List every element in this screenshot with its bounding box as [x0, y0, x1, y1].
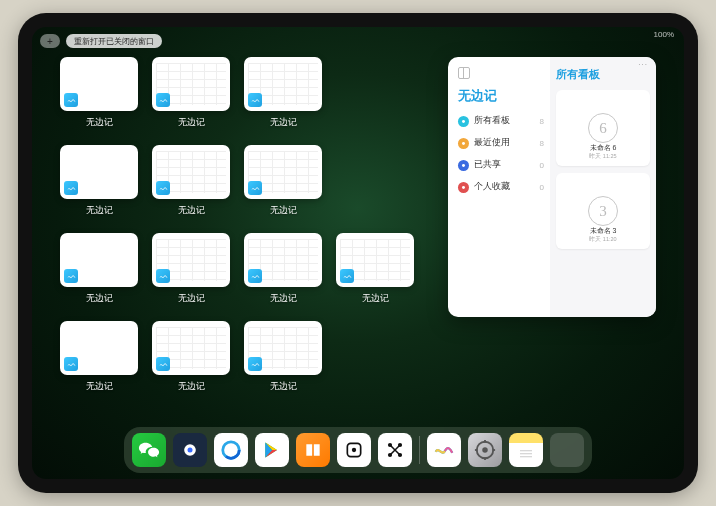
board-time: 昨天 11:20 — [556, 236, 650, 243]
status-battery: 100% — [654, 30, 674, 39]
panel-content: 所有看板 6未命名 6昨天 11:253未命名 3昨天 11:20 — [550, 57, 656, 317]
thumb-preview — [60, 145, 138, 199]
thumb-label: 无边记 — [178, 204, 205, 217]
window-thumb[interactable]: 无边记 — [60, 321, 138, 399]
freeform-app-icon — [64, 357, 78, 371]
thumb-label: 无边记 — [362, 292, 389, 305]
dock-separator — [419, 436, 420, 464]
panel-title: 无边记 — [458, 87, 544, 105]
dock-dot-app[interactable] — [337, 433, 371, 467]
sidebar-item-count: 0 — [540, 161, 544, 170]
thumb-label: 无边记 — [178, 292, 205, 305]
reopen-closed-pill[interactable]: 重新打开已关闭的窗口 — [66, 34, 162, 48]
window-thumb[interactable]: 无边记 — [60, 57, 138, 135]
freeform-app-icon — [156, 269, 170, 283]
sidebar-item-label: 已共享 — [474, 159, 501, 171]
thumb-preview — [336, 233, 414, 287]
thumb-label: 无边记 — [86, 116, 113, 129]
dock-books[interactable] — [296, 433, 330, 467]
svg-point-3 — [462, 186, 465, 189]
sidebar-item[interactable]: 个人收藏0 — [458, 181, 544, 193]
sidebar-list: 所有看板8最近使用8已共享0个人收藏0 — [458, 115, 544, 193]
board-glyph: 3 — [588, 196, 618, 226]
svg-point-5 — [188, 448, 193, 453]
thumb-preview — [152, 145, 230, 199]
sidebar-toggle-icon[interactable] — [458, 67, 470, 79]
freeform-app-icon — [156, 357, 170, 371]
thumb-label: 无边记 — [270, 292, 297, 305]
board-card[interactable]: 3未命名 3昨天 11:20 — [556, 173, 650, 249]
dock-qqbrowser[interactable] — [214, 433, 248, 467]
window-thumb[interactable]: 无边记 — [152, 145, 230, 223]
top-controls: + 重新打开已关闭的窗口 — [40, 34, 162, 48]
thumb-preview — [152, 57, 230, 111]
freeform-app-icon — [156, 93, 170, 107]
thumb-preview — [60, 321, 138, 375]
thumb-label: 无边记 — [86, 292, 113, 305]
window-thumb[interactable]: 无边记 — [60, 233, 138, 311]
thumb-preview — [244, 233, 322, 287]
ipad-frame: 100% + 重新打开已关闭的窗口 无边记无边记无边记无边记无边记无边记无边记无… — [18, 13, 698, 493]
window-thumb[interactable]: 无边记 — [152, 57, 230, 135]
window-thumb[interactable]: 无边记 — [336, 233, 414, 311]
freeform-app-icon — [248, 357, 262, 371]
panel-sidebar: 无边记 所有看板8最近使用8已共享0个人收藏0 — [448, 57, 550, 317]
sidebar-item-label: 个人收藏 — [474, 181, 510, 193]
board-name: 未命名 6 — [556, 143, 650, 153]
thumb-label: 无边记 — [178, 116, 205, 129]
freeform-app-icon — [340, 269, 354, 283]
dock-browser-hd[interactable] — [173, 433, 207, 467]
freeform-panel[interactable]: ··· 无边记 所有看板8最近使用8已共享0个人收藏0 所有看板 6未命名 6昨… — [448, 57, 656, 317]
sidebar-item-count: 0 — [540, 183, 544, 192]
dock — [124, 427, 592, 473]
window-thumb[interactable]: 无边记 — [152, 233, 230, 311]
panel-right-title: 所有看板 — [556, 67, 650, 82]
svg-point-9 — [352, 448, 356, 452]
freeform-app-icon — [64, 269, 78, 283]
thumb-preview — [244, 321, 322, 375]
dock-wechat[interactable] — [132, 433, 166, 467]
freeform-app-icon — [248, 181, 262, 195]
dock-freeform[interactable] — [427, 433, 461, 467]
sidebar-item-icon — [458, 116, 469, 127]
svg-point-1 — [462, 142, 465, 145]
window-thumb[interactable]: 无边记 — [244, 233, 322, 311]
window-thumb[interactable]: 无边记 — [152, 321, 230, 399]
sidebar-item[interactable]: 所有看板8 — [458, 115, 544, 127]
dock-notes[interactable] — [509, 433, 543, 467]
window-thumbs-grid: 无边记无边记无边记无边记无边记无边记无边记无边记无边记无边记无边记无边记无边记 — [60, 57, 430, 419]
sidebar-item-icon — [458, 138, 469, 149]
ellipsis-icon[interactable]: ··· — [638, 60, 648, 69]
dock-nodes-app[interactable] — [378, 433, 412, 467]
add-window-button[interactable]: + — [40, 34, 60, 48]
dock-play-store[interactable] — [255, 433, 289, 467]
sidebar-item[interactable]: 已共享0 — [458, 159, 544, 171]
thumb-label: 无边记 — [86, 380, 113, 393]
board-time: 昨天 11:25 — [556, 153, 650, 160]
freeform-app-icon — [156, 181, 170, 195]
sidebar-item[interactable]: 最近使用8 — [458, 137, 544, 149]
dock-settings[interactable] — [468, 433, 502, 467]
expose-area: 无边记无边记无边记无边记无边记无边记无边记无边记无边记无边记无边记无边记无边记 … — [60, 57, 656, 419]
window-thumb[interactable]: 无边记 — [244, 57, 322, 135]
board-card[interactable]: 6未命名 6昨天 11:25 — [556, 90, 650, 166]
window-thumb[interactable]: 无边记 — [60, 145, 138, 223]
thumb-label: 无边记 — [86, 204, 113, 217]
board-name: 未命名 3 — [556, 226, 650, 236]
thumb-label: 无边记 — [270, 116, 297, 129]
window-thumb[interactable]: 无边记 — [244, 145, 322, 223]
thumb-label: 无边记 — [270, 380, 297, 393]
sidebar-item-label: 最近使用 — [474, 137, 510, 149]
window-thumb[interactable]: 无边记 — [244, 321, 322, 399]
boards-list: 6未命名 6昨天 11:253未命名 3昨天 11:20 — [556, 90, 650, 249]
sidebar-item-icon — [458, 182, 469, 193]
thumb-label: 无边记 — [178, 380, 205, 393]
svg-point-2 — [462, 164, 465, 167]
dock-recent-apps[interactable] — [550, 433, 584, 467]
sidebar-item-label: 所有看板 — [474, 115, 510, 127]
screen: 100% + 重新打开已关闭的窗口 无边记无边记无边记无边记无边记无边记无边记无… — [32, 27, 684, 479]
thumb-preview — [152, 321, 230, 375]
freeform-app-icon — [248, 269, 262, 283]
thumb-preview — [152, 233, 230, 287]
thumb-label: 无边记 — [270, 204, 297, 217]
